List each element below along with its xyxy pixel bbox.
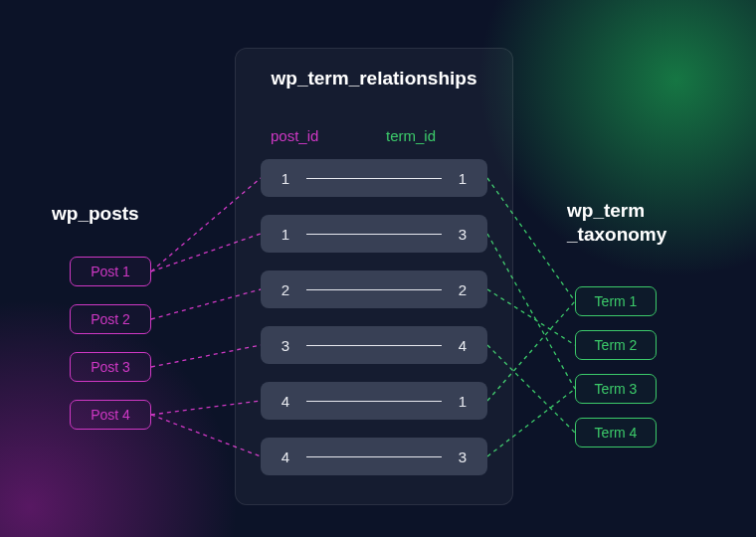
post-box-3: Post 3 [70,352,151,382]
pair-post-id: 4 [279,393,292,410]
taxonomy-title-line2: _taxonomy [567,224,666,245]
pair-post-id: 1 [279,170,292,187]
post-label: Post 3 [91,359,130,375]
pair-term-id: 2 [456,281,470,298]
term-box-3: Term 3 [575,374,657,404]
post-label: Post 4 [91,407,130,423]
pair-term-id: 4 [456,337,470,354]
pair-connector [306,234,442,235]
pair-term-id: 1 [456,393,470,410]
pair-term-id: 1 [456,170,470,187]
taxonomy-title-line1: wp_term [567,200,645,221]
pair-connector [306,401,442,402]
posts-title: wp_posts [52,203,139,225]
pair-row: 2 2 [261,270,487,308]
term-box-2: Term 2 [575,330,657,360]
pair-connector [306,456,442,457]
pair-connector [306,178,442,179]
term-label: Term 4 [595,425,638,441]
post-box-1: Post 1 [70,257,151,286]
pair-post-id: 3 [279,337,292,354]
pair-post-id: 2 [279,281,292,298]
taxonomy-title: wp_term _taxonomy [567,199,706,247]
pair-row: 1 1 [261,159,487,197]
pair-post-id: 1 [279,226,292,243]
term-box-4: Term 4 [575,418,657,448]
term-label: Term 1 [595,293,638,309]
pair-post-id: 4 [279,448,292,465]
diagram-stage: wp_posts wp_term_relationships wp_term _… [0,0,756,537]
pair-term-id: 3 [456,448,470,465]
post-box-2: Post 2 [70,304,151,334]
post-label: Post 1 [91,264,130,279]
pair-term-id: 3 [456,226,470,243]
relationships-title: wp_term_relationships [249,68,499,90]
term-label: Term 2 [595,337,638,353]
column-header-post-id: post_id [271,127,318,144]
column-header-term-id: term_id [386,127,436,144]
pair-row: 1 3 [261,215,487,253]
post-label: Post 2 [91,311,130,327]
term-box-1: Term 1 [575,286,657,316]
pair-row: 3 4 [261,326,487,364]
pair-row: 4 3 [261,438,487,475]
pair-row: 4 1 [261,382,487,420]
term-label: Term 3 [595,381,638,397]
post-box-4: Post 4 [70,400,151,430]
pair-connector [306,289,442,290]
pair-connector [306,345,442,346]
